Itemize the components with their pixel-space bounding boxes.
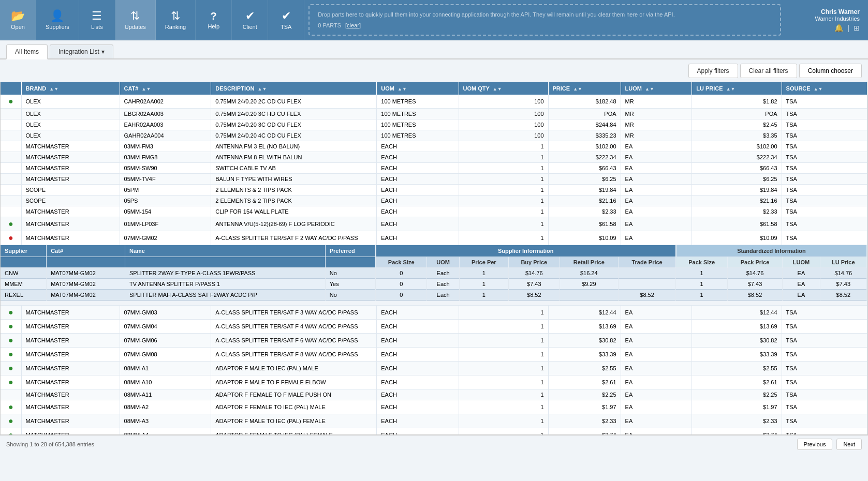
main-table-container[interactable]: BRAND ▲▼ CAT# ▲▼ DESCRIPTION ▲▼ UOM ▲▼ U…: [0, 82, 868, 435]
table-row[interactable]: OLEX EAHR02AA003 0.75MM 24/0.20 3C OD CU…: [1, 119, 867, 130]
sub-price-per: 1: [459, 290, 508, 300]
description-cell: A-CLASS SPLITTER TER/SAT F 4 WAY AC/DC P…: [211, 320, 377, 334]
table-row[interactable]: ● MATCHMASTER 07MM-GM06 A-CLASS SPLITTER…: [1, 334, 867, 348]
table-row[interactable]: ● MATCHMASTER 07MM-GM03 A-CLASS SPLITTER…: [1, 306, 867, 320]
table-row[interactable]: MATCHMASTER 08MM-A11 ADAPTOR F FEMALE TO…: [1, 389, 867, 400]
source-cell: TSA: [782, 119, 867, 130]
price-cell: $222.34: [548, 152, 621, 163]
brand-cell: MATCHMASTER: [21, 163, 120, 174]
status-cell: ●: [1, 362, 21, 375]
clear-filters-button[interactable]: Clear all filters: [740, 64, 797, 78]
table-row[interactable]: MATCHMASTER 05MM-154 CLIP FOR 154 WALL P…: [1, 206, 867, 217]
table-row[interactable]: ● MATCHMASTER 07MM-GM02 A-CLASS SPLITTER…: [1, 231, 867, 245]
table-row[interactable]: MATCHMASTER 03MM-FM3 ANTENNA FM 3 EL (NO…: [1, 141, 867, 152]
source-cell: TSA: [782, 196, 867, 206]
table-row[interactable]: ● MATCHMASTER 08MM-A4 ADAPTOR F FEMALE T…: [1, 428, 867, 435]
column-chooser-button[interactable]: Column chooser: [799, 64, 862, 78]
col-luom[interactable]: LUOM ▲▼: [621, 82, 692, 95]
logout-icon[interactable]: ⊞: [854, 24, 860, 32]
status-green-icon: ●: [8, 378, 13, 386]
nav-tsa[interactable]: ✔ TSA: [268, 0, 304, 40]
uom-qty-cell: 1: [459, 231, 548, 245]
description-cell: BALUN F TYPE WITH WIRES: [211, 174, 377, 185]
luom-cell: EA: [621, 375, 692, 389]
table-row[interactable]: MATCHMASTER 05MM-TV4F BALUN F TYPE WITH …: [1, 174, 867, 185]
table-row[interactable]: OLEX GAHR02AA004 0.75MM 24/0.20 4C OD CU…: [1, 130, 867, 141]
nav-open[interactable]: 📂 Open: [0, 0, 36, 40]
notification-bell-icon[interactable]: 🔔: [834, 24, 843, 32]
next-button[interactable]: Next: [836, 439, 862, 450]
price-cell: $61.58: [548, 217, 621, 231]
price-cell: $244.84: [548, 119, 621, 130]
table-row[interactable]: ● OLEX CAHR02AA002 0.75MM 24/0.20 2C OD …: [1, 95, 867, 109]
lu-price-cell: $2.33: [692, 414, 782, 428]
col-price[interactable]: PRICE ▲▼: [548, 82, 621, 95]
lu-price-cell: $2.55: [692, 362, 782, 375]
nav-client[interactable]: ✔ Client: [232, 0, 268, 40]
cat-cell: 07MM-GM04: [120, 320, 211, 334]
table-row[interactable]: ● MATCHMASTER 07MM-GM08 A-CLASS SPLITTER…: [1, 348, 867, 362]
sub-table-row[interactable]: MMEM MAT07MM-GM02 TV ANTENNA SPLITTER P/…: [1, 279, 867, 290]
uom-qty-cell: 1: [459, 428, 548, 435]
status-green-icon: ●: [8, 430, 13, 435]
table-row[interactable]: OLEX EBGR02AA003 0.75MM 24/0.20 3C HD CU…: [1, 109, 867, 119]
table-row[interactable]: SCOPE 05PS 2 ELEMENTS & 2 TIPS PACK EACH…: [1, 196, 867, 206]
table-row[interactable]: SCOPE 05PM 2 ELEMENTS & 2 TIPS PACK EACH…: [1, 185, 867, 196]
col-uom-qty[interactable]: UOM QTY ▲▼: [459, 82, 548, 95]
sub-pack-size: 0: [376, 290, 427, 300]
uom-qty-cell: 1: [459, 206, 548, 217]
status-cell: [1, 130, 21, 141]
col-lu-price[interactable]: LU PRICE ▲▼: [692, 82, 782, 95]
col-source[interactable]: SOURCE ▲▼: [782, 82, 867, 95]
lu-price-cell: $2.25: [692, 389, 782, 400]
cat-cell: 08MM-A3: [120, 414, 211, 428]
sub-supplier: REXEL: [1, 290, 47, 300]
table-row[interactable]: MATCHMASTER 05MM-SW90 SWITCH CABLE TV AB…: [1, 163, 867, 174]
description-cell: 0.75MM 24/0.20 4C OD CU FLEX: [211, 130, 377, 141]
source-cell: TSA: [782, 362, 867, 375]
std-info-header: Standardized Information: [676, 245, 867, 257]
cat-cell: 08MM-A10: [120, 375, 211, 389]
sub-buy-price: $14.76: [508, 268, 560, 279]
status-bar: Showing 1 to 28 of 654,388 entries Previ…: [0, 435, 868, 453]
tab-all-items[interactable]: All Items: [6, 44, 48, 59]
lu-price-cell: $2.74: [692, 428, 782, 435]
tab-integration-list[interactable]: Integration List ▾: [50, 44, 113, 58]
sub-std-pack-size: 1: [676, 290, 727, 300]
nav-help[interactable]: ? Help: [196, 0, 232, 40]
col-uom[interactable]: UOM ▲▼: [377, 82, 459, 95]
source-cell: TSA: [782, 130, 867, 141]
sub-table-row[interactable]: REXEL MAT07MM-GM02 SPLITTER MAH A-CLASS …: [1, 290, 867, 300]
previous-button[interactable]: Previous: [797, 439, 833, 450]
nav-suppliers[interactable]: 👤 Suppliers: [36, 0, 79, 40]
luom-cell: EA: [621, 185, 692, 196]
table-row[interactable]: MATCHMASTER 03MM-FMG8 ANTENNA FM 8 EL WI…: [1, 152, 867, 163]
table-row[interactable]: ● MATCHMASTER 08MM-A2 ADAPTOR F FEMALE T…: [1, 400, 867, 414]
sub-pack-size: 0: [376, 268, 427, 279]
price-cell: $2.33: [548, 206, 621, 217]
nav-lists[interactable]: ☰ Lists: [79, 0, 115, 40]
apply-filters-button[interactable]: Apply filters: [688, 64, 738, 78]
table-row[interactable]: ● MATCHMASTER 08MM-A10 ADAPTOR F MALE TO…: [1, 375, 867, 389]
sub-std-pack-size: 1: [676, 279, 727, 290]
table-row[interactable]: ● MATCHMASTER 08MM-A3 ADAPTOR F MALE TO …: [1, 414, 867, 428]
nav-ranking[interactable]: ⇅ Ranking: [156, 0, 196, 40]
table-row[interactable]: ● MATCHMASTER 08MM-A1 ADAPTOR F MALE TO …: [1, 362, 867, 375]
col-brand[interactable]: BRAND ▲▼: [21, 82, 120, 95]
uom-qty-cell: 100: [459, 95, 548, 109]
table-row[interactable]: ● MATCHMASTER 07MM-GM04 A-CLASS SPLITTER…: [1, 320, 867, 334]
nav-updates[interactable]: ⇅ Updates: [115, 0, 156, 40]
source-cell: TSA: [782, 217, 867, 231]
status-green-icon: ●: [8, 402, 13, 411]
brand-cell: OLEX: [21, 95, 120, 109]
clear-drop-zone-link[interactable]: [clear]: [345, 21, 361, 30]
lu-price-cell: $33.39: [692, 348, 782, 362]
sub-retail-price: [560, 290, 618, 300]
col-cat[interactable]: CAT# ▲▼: [120, 82, 211, 95]
sub-table-row[interactable]: CNW MAT07MM-GM02 SPLITTER 2WAY F-TYPE A-…: [1, 268, 867, 279]
sub-std-luom: EA: [783, 279, 820, 290]
luom-cell: EA: [621, 428, 692, 435]
table-row[interactable]: ● MATCHMASTER 01MM-LP03F ANTENNA V/U(5-1…: [1, 217, 867, 231]
col-description[interactable]: DESCRIPTION ▲▼: [211, 82, 377, 95]
sub-col-supplier: Supplier: [1, 245, 47, 257]
